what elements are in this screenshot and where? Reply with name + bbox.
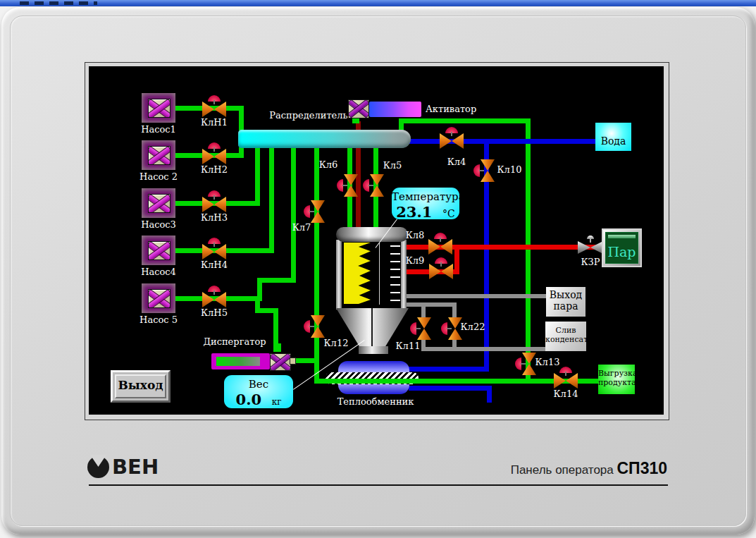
pump-nasos1[interactable] [142,93,175,123]
pipe-kl7-kl12-line [314,147,319,380]
valve-kln3[interactable] [202,190,226,212]
window-title-text [20,1,97,5]
valve-kl8[interactable] [428,233,452,255]
activator-label: Активатор [426,104,475,114]
distributor-manifold [238,130,411,148]
screenshot-root: Распределитель Активатор Теплообменник Д… [0,0,756,538]
valve-kln5[interactable] [202,286,226,307]
pipe-pump1-riser [239,110,244,130]
valve-kzr[interactable] [578,236,603,254]
pipe-through-hx [326,379,419,384]
pump-nasos3[interactable] [142,188,175,218]
pipe-pump5-riser [291,147,296,281]
steam-button[interactable]: Пар [602,228,642,267]
valve-kln5-label: КлН5 [198,307,230,318]
valve-kl13-label: Кл13 [533,357,562,367]
disperser-bar [211,353,270,369]
condensate-line2: конденсата [545,335,586,344]
tank-rim [336,227,408,242]
window-titlebar [0,0,756,6]
panel-name-label: Панель оператора [511,463,614,477]
valve-kl7[interactable] [304,200,325,223]
pipe-top-run [399,118,531,123]
valve-kl10-label: Кл10 [495,164,524,175]
exit-button[interactable]: Выход [111,370,171,403]
pump-nasos2[interactable] [142,140,175,170]
valve-kl5-label: Кл5 [380,160,405,171]
pump-nasos4-label: Насос4 [137,267,180,277]
disperser-nub [290,357,296,365]
oven-logo-letters: ВЕН [112,455,159,478]
valve-kl6[interactable] [337,174,358,197]
condensate-box: Слив конденсата [545,322,586,351]
pipe-pump4-riser [269,147,274,252]
pump-nasos5-label: Насос 5 [137,314,180,325]
pipe-condensate-bottom [421,347,546,351]
valve-kl22-label: Кл22 [458,322,488,332]
pipe-hx-top [409,367,489,372]
valve-kl11-label: Кл11 [393,341,423,351]
valve-kl5[interactable] [363,174,384,197]
temperature-title: Температура [392,188,459,203]
valve-kln2[interactable] [202,142,226,164]
pump-nasos3-label: Насос3 [137,219,180,230]
tank-scale-ticks [390,245,400,305]
valve-kln4-label: КлН4 [198,259,230,270]
hmi-screen: Распределитель Активатор Теплообменник Д… [89,66,664,415]
heat-exchanger-label: Теплообменник [337,396,414,407]
valve-kln3-label: КлН3 [198,212,230,223]
valve-kl12-label: Кл12 [321,338,351,348]
activator-pump-icon[interactable] [348,99,369,118]
pipe-steam-out [406,294,546,298]
pipe-disperser-drop2 [273,308,278,346]
discharge-line1: Выгрузка [598,365,635,378]
pipe-hx-bottom [409,386,489,391]
valve-kln1[interactable] [202,95,226,117]
panel-model-text: Панель оператора СП310 [395,459,667,478]
weight-unit: кг [272,397,282,407]
valve-kl4-label: Кл4 [444,157,469,167]
valve-kl9[interactable] [429,257,453,279]
valve-kl9-label: Кл9 [402,255,428,266]
disperser-pump-icon[interactable] [270,353,291,371]
weight-display: Вес 0.0 кг [224,375,293,408]
valve-kl7-label: Кл7 [289,222,314,233]
panel-model-label: СП310 [616,459,667,477]
tank-neck [359,346,388,354]
temperature-display: Температура 23.1 °C [392,188,459,219]
steam-outlet-line2: пара [546,300,585,312]
valve-kln4[interactable] [202,238,226,259]
pipe-condensate-top [406,302,457,307]
pipe-pump5-step2 [257,278,296,283]
pump-nasos4[interactable] [142,236,175,265]
pump-nasos2-label: Насос 2 [137,171,180,182]
valve-kln2-label: КлН2 [198,164,230,175]
temperature-unit: °C [442,208,455,219]
pump-nasos5[interactable] [142,283,175,313]
pipe-steam-bypass-riser [454,247,459,274]
valve-kl14[interactable] [554,367,578,389]
weight-title: Вес [224,375,293,391]
valve-kl8-label: Кл8 [402,230,428,240]
weight-value: 0.0 [236,391,262,408]
valve-kzr-label: КЗР [576,257,605,267]
discharge-box: Выгрузка продукта [598,365,635,394]
steam-button-label: Пар [606,244,638,259]
pipe-hx-drain [487,386,492,403]
water-box: Вода [595,123,631,151]
valve-kl10[interactable] [473,159,495,182]
tank-divider [379,243,380,305]
distributor-label: Распределитель [266,110,351,121]
disperser-label: Диспергатор [199,336,270,347]
valve-kln1-label: КлН1 [198,117,230,128]
valve-kl12[interactable] [304,315,325,338]
tank-wall-left [336,240,342,310]
valve-kl11[interactable] [410,317,431,340]
temperature-value: 23.1 [396,203,432,221]
pipe-pump3-riser [255,147,260,204]
pump-nasos1-label: Насос1 [137,124,180,135]
water-label: Вода [601,135,626,147]
steam-outlet-line1: Выход [546,287,585,300]
condensate-line1: Слив [545,322,586,335]
valve-kl4[interactable] [440,127,464,149]
